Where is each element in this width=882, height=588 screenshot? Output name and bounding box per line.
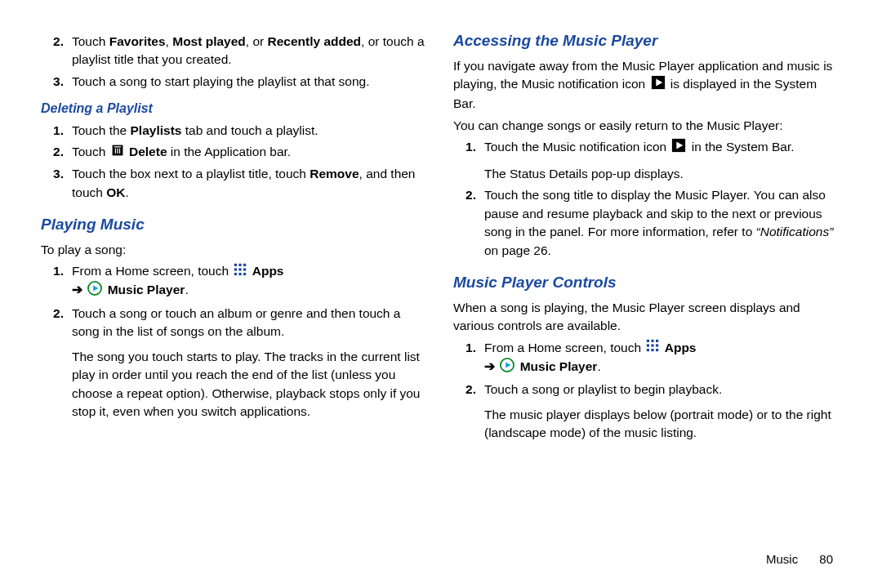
follow-text: The song you touch starts to play. The t… — [72, 348, 429, 421]
list-item: 2. Touch Favorites, Most played, or Rece… — [41, 33, 429, 69]
follow-text: The Status Details pop-up displays. — [484, 165, 841, 183]
section-name: Music — [766, 552, 798, 566]
list-item: 1. Touch the Music notification icon in … — [453, 138, 841, 183]
list-item: 1. From a Home screen, touch Apps ➔ Musi… — [41, 262, 429, 301]
step-number: 1. — [41, 262, 72, 301]
heading-playing-music: Playing Music — [41, 213, 429, 236]
step-number: 1. — [41, 122, 72, 140]
list-item: 3. Touch the box next to a playlist titl… — [41, 165, 429, 202]
paragraph: You can change songs or easily return to… — [453, 117, 841, 135]
step-number: 2. — [41, 143, 72, 162]
list-item: 2. Touch Delete in the Application bar. — [41, 143, 429, 162]
step-body: Touch the Music notification icon in the… — [484, 138, 841, 183]
apps-icon — [234, 263, 247, 281]
trash-icon — [111, 144, 124, 162]
step-body: Touch the song title to display the Musi… — [484, 186, 841, 260]
subheading-deleting-playlist: Deleting a Playlist — [41, 99, 429, 118]
step-body: Touch a song or playlist to begin playba… — [484, 381, 841, 442]
step-number: 2. — [41, 305, 72, 421]
music-player-icon — [87, 281, 102, 301]
intro-text: To play a song: — [41, 241, 429, 259]
step-body: Touch a song to start playing the playli… — [72, 73, 429, 91]
step-number: 1. — [453, 339, 484, 378]
left-column: 2. Touch Favorites, Most played, or Rece… — [41, 29, 429, 446]
heading-music-player-controls: Music Player Controls — [453, 271, 841, 294]
paragraph: If you navigate away from the Music Play… — [453, 57, 841, 114]
music-player-icon — [500, 358, 514, 377]
step-number: 2. — [453, 381, 484, 442]
step-body: From a Home screen, touch Apps ➔ Music P… — [484, 339, 841, 378]
step-body: From a Home screen, touch Apps ➔ Music P… — [72, 262, 429, 301]
step-number: 2. — [453, 186, 484, 260]
list-item: 3. Touch a song to start playing the pla… — [41, 73, 429, 91]
step-body: Touch the Playlists tab and touch a play… — [72, 122, 429, 140]
list-item: 1. Touch the Playlists tab and touch a p… — [41, 122, 429, 140]
page-footer: Music 80 — [766, 550, 833, 568]
step-number: 3. — [41, 73, 72, 91]
apps-icon — [646, 339, 659, 357]
play-notification-icon — [671, 138, 686, 158]
follow-text: The music player displays below (portrai… — [484, 406, 841, 443]
paragraph: When a song is playing, the Music Player… — [453, 299, 841, 336]
list-item: 2. Touch the song title to display the M… — [453, 186, 841, 260]
list-item: 2. Touch a song or playlist to begin pla… — [453, 381, 841, 442]
step-body: Touch Delete in the Application bar. — [72, 143, 429, 162]
list-item: 1. From a Home screen, touch Apps ➔ Musi… — [453, 339, 841, 378]
heading-accessing-music-player: Accessing the Music Player — [453, 29, 841, 52]
page-number: 80 — [819, 552, 833, 566]
step-body: Touch the box next to a playlist title, … — [72, 165, 429, 202]
list-item: 2. Touch a song or touch an album or gen… — [41, 305, 429, 421]
step-number: 3. — [41, 165, 72, 202]
step-body: Touch Favorites, Most played, or Recentl… — [72, 33, 429, 69]
play-notification-icon — [651, 75, 666, 95]
step-number: 1. — [453, 138, 484, 183]
step-body: Touch a song or touch an album or genre … — [72, 305, 429, 421]
step-number: 2. — [41, 33, 72, 69]
right-column: Accessing the Music Player If you naviga… — [453, 29, 841, 446]
